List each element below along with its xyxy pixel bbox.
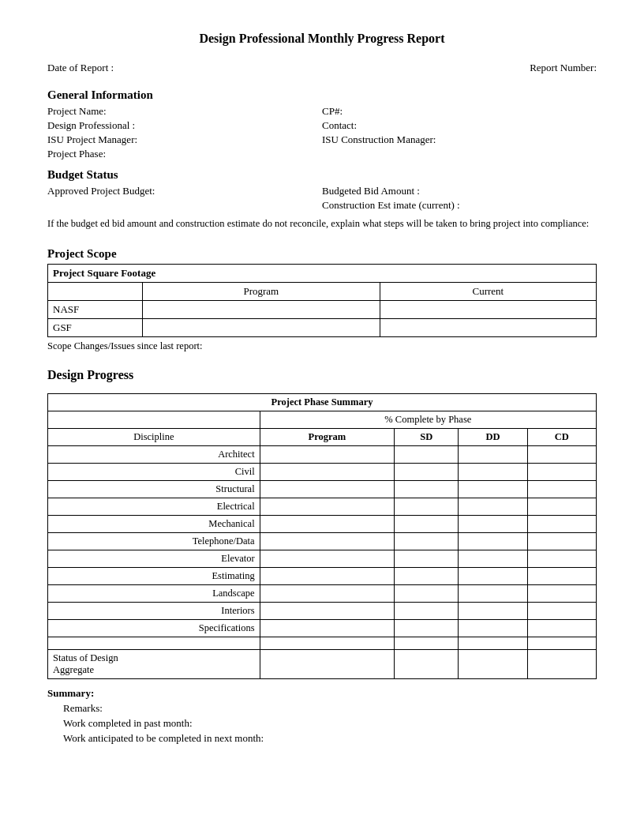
gsf-current <box>380 318 596 336</box>
landscape-dd <box>459 584 527 602</box>
general-info-grid: Project Name: CP#: Design Professional :… <box>47 105 597 160</box>
report-number-label: Report Number: <box>530 62 597 74</box>
general-info-heading: General Information <box>47 88 597 102</box>
table-row: Estimating <box>48 567 597 584</box>
specifications-program <box>260 619 394 637</box>
telephone-data-sd <box>395 532 459 550</box>
contact-label: Contact: <box>322 119 597 132</box>
isu-cm-label: ISU Construction Manager: <box>322 133 597 146</box>
remarks-line: Remarks: <box>63 702 597 715</box>
architect-program <box>260 445 394 463</box>
architect-label: Architect <box>48 445 260 463</box>
aggregate-dd <box>459 649 527 678</box>
structural-label: Structural <box>48 480 260 498</box>
scope-changes-label: Scope Changes/Issues since last report: <box>47 340 597 352</box>
electrical-program <box>260 498 394 515</box>
mechanical-dd <box>459 515 527 532</box>
budgeted-bid-label: Budgeted Bid Amount : <box>322 185 597 197</box>
structural-program <box>260 480 394 498</box>
specifications-sd <box>395 619 459 637</box>
interiors-label: Interiors <box>48 602 260 619</box>
civil-label: Civil <box>48 463 260 480</box>
nasf-program <box>143 300 380 318</box>
table-row: Architect <box>48 445 597 463</box>
specifications-label: Specifications <box>48 619 260 637</box>
electrical-label: Electrical <box>48 498 260 515</box>
telephone-data-program <box>260 532 394 550</box>
specifications-dd <box>459 619 527 637</box>
table-row: Landscape <box>48 584 597 602</box>
aggregate-label: Status of DesignAggregate <box>48 649 260 678</box>
empty-header-cell <box>48 411 260 428</box>
estimating-dd <box>459 567 527 584</box>
work-completed-line: Work completed in past month: <box>63 717 597 730</box>
scope-table: Project Square Footage Program Current N… <box>47 264 597 337</box>
budget-status-heading: Budget Status <box>47 168 597 182</box>
civil-dd <box>459 463 527 480</box>
program-col-header: Program <box>260 428 394 445</box>
estimating-program <box>260 567 394 584</box>
construction-est-label: Construction Est imate (current) : <box>322 199 597 212</box>
table-row: GSF <box>48 318 597 336</box>
project-name-label: Project Name: <box>47 105 322 118</box>
landscape-cd <box>527 584 596 602</box>
pct-complete-header: % Complete by Phase <box>260 411 596 428</box>
project-phase-label: Project Phase: <box>47 148 322 160</box>
scope-table-title: Project Square Footage <box>48 264 597 282</box>
design-professional-label: Design Professional : <box>47 119 322 132</box>
civil-program <box>260 463 394 480</box>
mechanical-cd <box>527 515 596 532</box>
interiors-program <box>260 602 394 619</box>
project-phase-summary-header: Project Phase Summary <box>48 393 597 411</box>
table-row: Mechanical <box>48 515 597 532</box>
table-row: Elevator <box>48 550 597 567</box>
civil-sd <box>395 463 459 480</box>
table-row: Interiors <box>48 602 597 619</box>
telephone-data-label: Telephone/Data <box>48 532 260 550</box>
sd-col-header: SD <box>395 428 459 445</box>
table-row: Civil <box>48 463 597 480</box>
cd-col-header: CD <box>527 428 596 445</box>
cp-label: CP#: <box>322 105 597 118</box>
elevator-sd <box>395 550 459 567</box>
elevator-cd <box>527 550 596 567</box>
nasf-label: NASF <box>48 300 143 318</box>
gsf-label: GSF <box>48 318 143 336</box>
structural-cd <box>527 480 596 498</box>
structural-sd <box>395 480 459 498</box>
date-of-report-label: Date of Report : <box>47 62 114 74</box>
approved-budget-label: Approved Project Budget: <box>47 185 322 197</box>
work-anticipated-line: Work anticipated to be completed in next… <box>63 732 597 745</box>
table-row: Electrical <box>48 498 597 515</box>
interiors-cd <box>527 602 596 619</box>
isu-pm-label: ISU Project Manager: <box>47 133 322 146</box>
estimating-cd <box>527 567 596 584</box>
structural-dd <box>459 480 527 498</box>
aggregate-program <box>260 649 394 678</box>
summary-section: Summary: Remarks: Work completed in past… <box>47 687 597 745</box>
table-row: NASF <box>48 300 597 318</box>
elevator-dd <box>459 550 527 567</box>
mechanical-sd <box>395 515 459 532</box>
scope-col-empty <box>48 282 143 300</box>
summary-label: Summary: <box>47 687 94 699</box>
nasf-current <box>380 300 596 318</box>
electrical-dd <box>459 498 527 515</box>
elevator-program <box>260 550 394 567</box>
telephone-data-dd <box>459 532 527 550</box>
electrical-cd <box>527 498 596 515</box>
scope-col-program: Program <box>143 282 380 300</box>
project-scope-heading: Project Scope <box>47 247 597 261</box>
aggregate-sd <box>395 649 459 678</box>
architect-cd <box>527 445 596 463</box>
progress-table: Project Phase Summary % Complete by Phas… <box>47 393 597 679</box>
budget-note: If the budget ed bid amount and construc… <box>47 216 597 231</box>
interiors-sd <box>395 602 459 619</box>
civil-cd <box>527 463 596 480</box>
page-title: Design Professional Monthly Progress Rep… <box>47 32 597 46</box>
estimating-label: Estimating <box>48 567 260 584</box>
specifications-cd <box>527 619 596 637</box>
table-row: Specifications <box>48 619 597 637</box>
dd-col-header: DD <box>459 428 527 445</box>
mechanical-program <box>260 515 394 532</box>
